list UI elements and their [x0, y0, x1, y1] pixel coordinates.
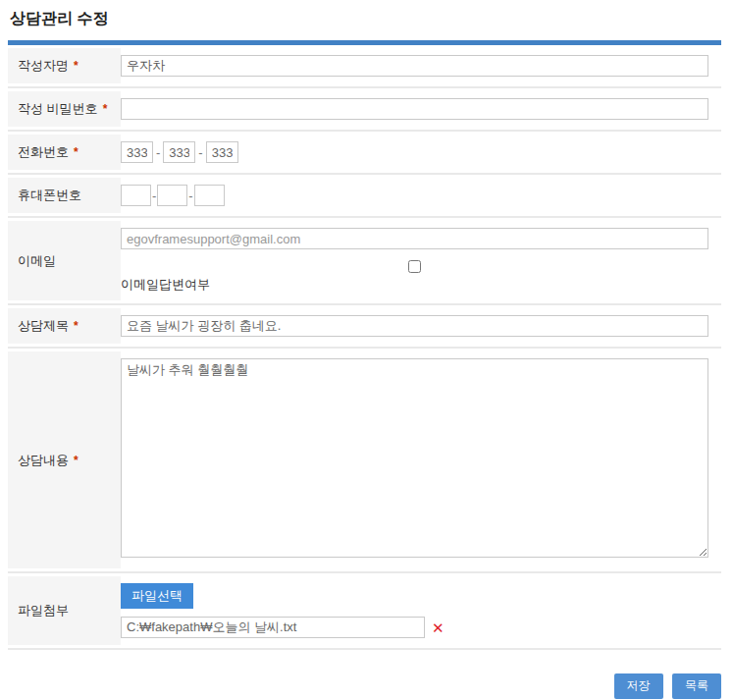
- phone-label-cell: 전화번호 *: [8, 135, 121, 170]
- subject-input[interactable]: [121, 315, 708, 337]
- phone-part3-input[interactable]: [206, 141, 238, 163]
- mobile-dash: -: [152, 188, 156, 203]
- mobile-part3-input[interactable]: [194, 185, 225, 206]
- consultation-edit-page: 상담관리 수정 작성자명 * 작성 비밀번호 * 전화번호: [0, 0, 733, 699]
- required-asterisk: *: [74, 59, 79, 73]
- writer-name-input[interactable]: [121, 55, 708, 77]
- list-button[interactable]: 목록: [672, 673, 721, 699]
- password-label: 작성 비밀번호: [18, 100, 98, 118]
- content-label-cell: 상담내용 *: [8, 351, 121, 568]
- mobile-dash: -: [188, 188, 192, 203]
- writer-name-label-cell: 작성자명 *: [8, 48, 121, 83]
- subject-label-cell: 상담제목 *: [8, 308, 121, 344]
- phone-label: 전화번호: [18, 143, 69, 161]
- mobile-part1-input[interactable]: [121, 185, 151, 206]
- phone-dash: -: [156, 145, 160, 160]
- action-button-bar: 저장 목록: [8, 673, 721, 699]
- email-reply-checkbox[interactable]: [408, 260, 421, 273]
- email-input[interactable]: [121, 228, 708, 249]
- row-mobile: 휴대폰번호 --: [8, 175, 721, 218]
- file-delete-icon[interactable]: ✕: [432, 620, 445, 635]
- row-phone: 전화번호 * --: [8, 132, 721, 175]
- consultation-form: 작성자명 * 작성 비밀번호 * 전화번호 * --: [8, 45, 721, 650]
- row-file-attach: 파일첨부 파일선택 ✕: [8, 573, 721, 650]
- save-button[interactable]: 저장: [614, 673, 663, 699]
- content-label: 상담내용: [18, 452, 69, 469]
- phone-part2-input[interactable]: [163, 141, 195, 163]
- mobile-part2-input[interactable]: [157, 185, 187, 206]
- mobile-label: 휴대폰번호: [18, 187, 81, 204]
- required-asterisk: *: [74, 319, 79, 333]
- row-content: 상담내용 * 날씨가 추워 춸춸춸춸: [8, 349, 721, 573]
- file-path-input[interactable]: [121, 617, 425, 638]
- content-textarea[interactable]: 날씨가 추워 춸춸춸춸: [121, 358, 708, 558]
- email-label: 이메일: [18, 252, 56, 270]
- file-attach-label: 파일첨부: [18, 602, 69, 619]
- writer-name-label: 작성자명: [18, 57, 69, 75]
- phone-part1-input[interactable]: [121, 141, 153, 163]
- email-reply-label: 이메일답변여부: [121, 276, 708, 294]
- mobile-label-cell: 휴대폰번호: [8, 178, 121, 213]
- row-email: 이메일 이메일답변여부: [8, 218, 721, 305]
- required-asterisk: *: [74, 454, 79, 467]
- phone-dash: -: [198, 145, 202, 160]
- subject-label: 상담제목: [18, 317, 69, 335]
- password-label-cell: 작성 비밀번호 *: [8, 91, 121, 127]
- file-attach-label-cell: 파일첨부: [8, 576, 121, 645]
- required-asterisk: *: [103, 102, 108, 116]
- password-input[interactable]: [121, 98, 708, 120]
- row-writer-name: 작성자명 *: [8, 45, 721, 88]
- row-subject: 상담제목 *: [8, 305, 721, 349]
- page-title: 상담관리 수정: [10, 9, 721, 29]
- required-asterisk: *: [74, 145, 79, 159]
- email-label-cell: 이메일: [8, 221, 121, 300]
- row-password: 작성 비밀번호 *: [8, 88, 721, 132]
- file-select-button[interactable]: 파일선택: [121, 583, 193, 609]
